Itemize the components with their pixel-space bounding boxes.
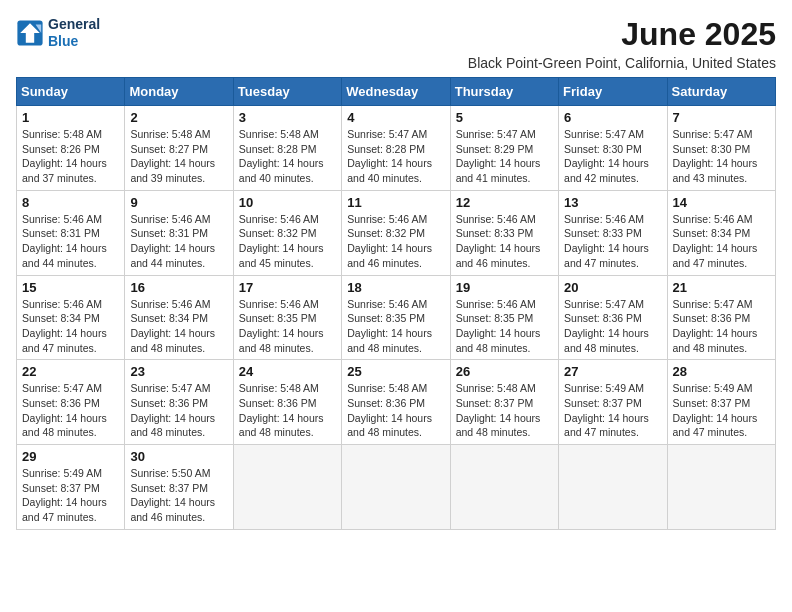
day-number: 3 [239, 110, 336, 125]
day-number: 16 [130, 280, 227, 295]
day-number: 14 [673, 195, 770, 210]
day-number: 7 [673, 110, 770, 125]
day-number: 12 [456, 195, 553, 210]
day-number: 1 [22, 110, 119, 125]
calendar-header-row: Sunday Monday Tuesday Wednesday Thursday… [17, 78, 776, 106]
table-row: 5Sunrise: 5:47 AMSunset: 8:29 PMDaylight… [450, 106, 558, 191]
table-row: 13Sunrise: 5:46 AMSunset: 8:33 PMDayligh… [559, 190, 667, 275]
calendar-week-row: 22Sunrise: 5:47 AMSunset: 8:36 PMDayligh… [17, 360, 776, 445]
day-info: Sunrise: 5:47 AMSunset: 8:30 PMDaylight:… [673, 127, 770, 186]
day-number: 2 [130, 110, 227, 125]
day-number: 21 [673, 280, 770, 295]
day-info: Sunrise: 5:47 AMSunset: 8:36 PMDaylight:… [673, 297, 770, 356]
header-friday: Friday [559, 78, 667, 106]
table-row: 16Sunrise: 5:46 AMSunset: 8:34 PMDayligh… [125, 275, 233, 360]
header-monday: Monday [125, 78, 233, 106]
calendar-week-row: 29Sunrise: 5:49 AMSunset: 8:37 PMDayligh… [17, 445, 776, 530]
table-row: 4Sunrise: 5:47 AMSunset: 8:28 PMDaylight… [342, 106, 450, 191]
table-row: 10Sunrise: 5:46 AMSunset: 8:32 PMDayligh… [233, 190, 341, 275]
page-subtitle: Black Point-Green Point, California, Uni… [468, 55, 776, 71]
table-row: 17Sunrise: 5:46 AMSunset: 8:35 PMDayligh… [233, 275, 341, 360]
day-info: Sunrise: 5:48 AMSunset: 8:36 PMDaylight:… [239, 381, 336, 440]
header: General Blue June 2025 Black Point-Green… [16, 16, 776, 71]
day-info: Sunrise: 5:47 AMSunset: 8:28 PMDaylight:… [347, 127, 444, 186]
table-row: 3Sunrise: 5:48 AMSunset: 8:28 PMDaylight… [233, 106, 341, 191]
calendar-table: Sunday Monday Tuesday Wednesday Thursday… [16, 77, 776, 530]
page-container: General Blue June 2025 Black Point-Green… [16, 16, 776, 530]
table-row: 1Sunrise: 5:48 AMSunset: 8:26 PMDaylight… [17, 106, 125, 191]
table-row: 23Sunrise: 5:47 AMSunset: 8:36 PMDayligh… [125, 360, 233, 445]
day-number: 28 [673, 364, 770, 379]
day-number: 17 [239, 280, 336, 295]
table-row [559, 445, 667, 530]
day-number: 26 [456, 364, 553, 379]
day-number: 24 [239, 364, 336, 379]
header-wednesday: Wednesday [342, 78, 450, 106]
table-row: 7Sunrise: 5:47 AMSunset: 8:30 PMDaylight… [667, 106, 775, 191]
day-info: Sunrise: 5:50 AMSunset: 8:37 PMDaylight:… [130, 466, 227, 525]
table-row: 8Sunrise: 5:46 AMSunset: 8:31 PMDaylight… [17, 190, 125, 275]
day-info: Sunrise: 5:46 AMSunset: 8:31 PMDaylight:… [22, 212, 119, 271]
table-row: 19Sunrise: 5:46 AMSunset: 8:35 PMDayligh… [450, 275, 558, 360]
day-number: 11 [347, 195, 444, 210]
table-row: 28Sunrise: 5:49 AMSunset: 8:37 PMDayligh… [667, 360, 775, 445]
day-info: Sunrise: 5:48 AMSunset: 8:36 PMDaylight:… [347, 381, 444, 440]
table-row: 20Sunrise: 5:47 AMSunset: 8:36 PMDayligh… [559, 275, 667, 360]
header-thursday: Thursday [450, 78, 558, 106]
table-row: 6Sunrise: 5:47 AMSunset: 8:30 PMDaylight… [559, 106, 667, 191]
day-number: 15 [22, 280, 119, 295]
table-row: 15Sunrise: 5:46 AMSunset: 8:34 PMDayligh… [17, 275, 125, 360]
header-tuesday: Tuesday [233, 78, 341, 106]
day-info: Sunrise: 5:46 AMSunset: 8:32 PMDaylight:… [239, 212, 336, 271]
table-row [342, 445, 450, 530]
day-number: 29 [22, 449, 119, 464]
table-row: 2Sunrise: 5:48 AMSunset: 8:27 PMDaylight… [125, 106, 233, 191]
day-info: Sunrise: 5:48 AMSunset: 8:37 PMDaylight:… [456, 381, 553, 440]
day-number: 27 [564, 364, 661, 379]
day-info: Sunrise: 5:46 AMSunset: 8:34 PMDaylight:… [673, 212, 770, 271]
table-row [450, 445, 558, 530]
day-info: Sunrise: 5:46 AMSunset: 8:32 PMDaylight:… [347, 212, 444, 271]
day-info: Sunrise: 5:47 AMSunset: 8:36 PMDaylight:… [564, 297, 661, 356]
table-row: 30Sunrise: 5:50 AMSunset: 8:37 PMDayligh… [125, 445, 233, 530]
day-info: Sunrise: 5:47 AMSunset: 8:29 PMDaylight:… [456, 127, 553, 186]
day-info: Sunrise: 5:46 AMSunset: 8:34 PMDaylight:… [130, 297, 227, 356]
page-title: June 2025 [468, 16, 776, 53]
table-row: 27Sunrise: 5:49 AMSunset: 8:37 PMDayligh… [559, 360, 667, 445]
table-row [667, 445, 775, 530]
day-info: Sunrise: 5:48 AMSunset: 8:27 PMDaylight:… [130, 127, 227, 186]
table-row: 24Sunrise: 5:48 AMSunset: 8:36 PMDayligh… [233, 360, 341, 445]
day-number: 9 [130, 195, 227, 210]
day-number: 25 [347, 364, 444, 379]
day-number: 5 [456, 110, 553, 125]
title-area: June 2025 Black Point-Green Point, Calif… [468, 16, 776, 71]
calendar-week-row: 1Sunrise: 5:48 AMSunset: 8:26 PMDaylight… [17, 106, 776, 191]
table-row: 11Sunrise: 5:46 AMSunset: 8:32 PMDayligh… [342, 190, 450, 275]
day-info: Sunrise: 5:46 AMSunset: 8:35 PMDaylight:… [239, 297, 336, 356]
day-number: 13 [564, 195, 661, 210]
table-row: 29Sunrise: 5:49 AMSunset: 8:37 PMDayligh… [17, 445, 125, 530]
day-info: Sunrise: 5:49 AMSunset: 8:37 PMDaylight:… [564, 381, 661, 440]
calendar-week-row: 8Sunrise: 5:46 AMSunset: 8:31 PMDaylight… [17, 190, 776, 275]
day-info: Sunrise: 5:48 AMSunset: 8:26 PMDaylight:… [22, 127, 119, 186]
day-info: Sunrise: 5:49 AMSunset: 8:37 PMDaylight:… [673, 381, 770, 440]
day-info: Sunrise: 5:46 AMSunset: 8:35 PMDaylight:… [456, 297, 553, 356]
logo: General Blue [16, 16, 100, 50]
day-number: 19 [456, 280, 553, 295]
day-info: Sunrise: 5:46 AMSunset: 8:33 PMDaylight:… [564, 212, 661, 271]
logo-icon [16, 19, 44, 47]
table-row: 12Sunrise: 5:46 AMSunset: 8:33 PMDayligh… [450, 190, 558, 275]
day-info: Sunrise: 5:46 AMSunset: 8:34 PMDaylight:… [22, 297, 119, 356]
header-saturday: Saturday [667, 78, 775, 106]
logo-text: General Blue [48, 16, 100, 50]
table-row: 14Sunrise: 5:46 AMSunset: 8:34 PMDayligh… [667, 190, 775, 275]
day-info: Sunrise: 5:47 AMSunset: 8:36 PMDaylight:… [22, 381, 119, 440]
table-row: 22Sunrise: 5:47 AMSunset: 8:36 PMDayligh… [17, 360, 125, 445]
day-info: Sunrise: 5:48 AMSunset: 8:28 PMDaylight:… [239, 127, 336, 186]
day-number: 20 [564, 280, 661, 295]
day-info: Sunrise: 5:46 AMSunset: 8:33 PMDaylight:… [456, 212, 553, 271]
day-info: Sunrise: 5:47 AMSunset: 8:36 PMDaylight:… [130, 381, 227, 440]
day-info: Sunrise: 5:49 AMSunset: 8:37 PMDaylight:… [22, 466, 119, 525]
day-number: 10 [239, 195, 336, 210]
table-row [233, 445, 341, 530]
